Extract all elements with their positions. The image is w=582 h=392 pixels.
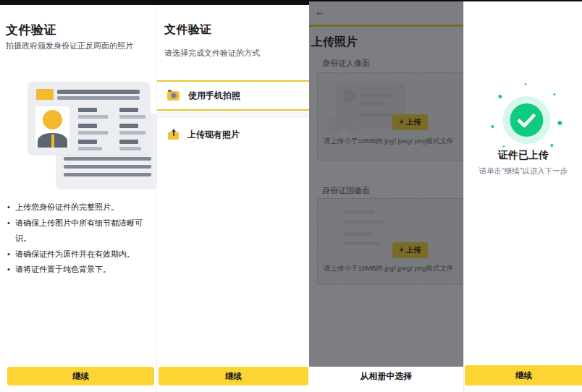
upload-dropzone-front[interactable]: + 上传 请上传小于10MB的.jpg/.jpeg/.png格式文件 xyxy=(317,72,463,161)
choose-from-album-button[interactable]: 从相册中选择 xyxy=(309,367,463,385)
camera-icon xyxy=(167,91,180,101)
page-subtitle: 拍摄政府颁发身份证正反两面的照片 xyxy=(6,41,133,51)
continue-button[interactable]: 继续 xyxy=(465,365,582,385)
guideline-item: 请确保证件为原件并在有效期内。 xyxy=(6,247,154,263)
success-graphic xyxy=(486,80,566,160)
upload-hint: 请上传小于10MB的.jpg/.jpeg/.png格式文件 xyxy=(324,137,454,146)
id-card-illustration xyxy=(26,81,156,189)
option-label: 使用手机拍照 xyxy=(188,90,240,102)
guideline-item: 请将证件置于纯色背景下。 xyxy=(6,262,154,278)
option-label: 上传现有照片 xyxy=(187,129,240,141)
guideline-item: 上传您身份证件的完整照片。 xyxy=(6,200,154,216)
option-take-photo[interactable]: 使用手机拍照 xyxy=(157,80,310,111)
panel-verification-method: 文件验证 请选择完成文件验证的方式 使用手机拍照 上传现有照片 继续 xyxy=(156,0,309,392)
upload-dropzone-back[interactable]: + 上传 请上传小于10MB的.jpg/.jpeg/.png格式文件 xyxy=(317,198,463,285)
card-flag-graphic xyxy=(36,89,54,100)
back-arrow-icon[interactable]: ← xyxy=(315,6,325,17)
check-circle-icon xyxy=(510,103,543,137)
window-top-edge xyxy=(0,0,582,1)
dropzone-ghost-lines xyxy=(343,210,385,251)
panel-upload-success: 证件已上传 请单击“继续”以进入下一步 继续 xyxy=(463,0,582,392)
id-front-label: 身份证人像面 xyxy=(322,58,370,69)
header-accent-line xyxy=(309,25,463,27)
continue-button[interactable]: 继续 xyxy=(7,367,154,385)
continue-button[interactable]: 继续 xyxy=(159,367,308,385)
panel-upload-photos: ← 上传照片 身份证人像面 + 上传 请上传小于10MB的.jpg/.jpeg/… xyxy=(309,0,463,392)
success-title: 证件已上传 xyxy=(464,149,582,162)
id-card-front-graphic xyxy=(28,82,151,155)
guideline-list: 上传您身份证件的完整照片。 请确保上传图片中所有细节都清晰可识。 请确保证件为原… xyxy=(6,200,154,278)
success-subtitle: 请单击“继续”以进入下一步 xyxy=(464,166,582,176)
verification-flow-screens: 文件验证 拍摄政府颁发身份证正反两面的照片 xyxy=(0,0,582,392)
page-subtitle: 请选择完成文件验证的方式 xyxy=(164,48,260,59)
guideline-item: 请确保上传图片中所有细节都清晰可识。 xyxy=(6,216,154,247)
upload-front-button[interactable]: + 上传 xyxy=(392,114,428,130)
upload-screen: ← 上传照片 身份证人像面 + 上传 请上传小于10MB的.jpg/.jpeg/… xyxy=(309,0,463,392)
panel-document-verification-intro: 文件验证 拍摄政府颁发身份证正反两面的照片 xyxy=(0,0,156,392)
page-title: 文件验证 xyxy=(164,22,212,38)
upload-title: 上传照片 xyxy=(311,35,358,50)
option-upload-existing[interactable]: 上传现有照片 xyxy=(157,118,310,151)
id-back-label: 身份证国徽面 xyxy=(322,185,370,196)
upload-back-button[interactable]: + 上传 xyxy=(392,242,428,258)
card-portrait-graphic xyxy=(35,106,69,148)
upload-hint: 请上传小于10MB的.jpg/.jpeg/.png格式文件 xyxy=(324,264,454,273)
option-divider xyxy=(157,112,310,118)
upload-icon xyxy=(168,132,179,140)
page-title: 文件验证 xyxy=(6,22,56,38)
